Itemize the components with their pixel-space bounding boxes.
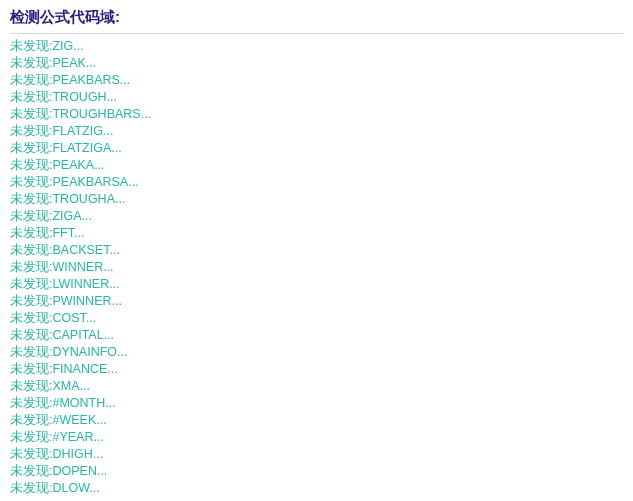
list-item: 未发现:TROUGH... [10,89,623,106]
list-item: 未发现:CAPITAL... [10,327,623,344]
list-item: 未发现:PEAKBARSA... [10,174,623,191]
list-item: 未发现:PEAK... [10,55,623,72]
list-item: 未发现:XMA... [10,378,623,395]
list-item: 未发现:PEAKA... [10,157,623,174]
list-item: 未发现:#MONTH... [10,395,623,412]
list-item: 未发现:FLATZIGA... [10,140,623,157]
list-item: 未发现:DOPEN... [10,463,623,480]
list-item: 未发现:FFT... [10,225,623,242]
list-item: 未发现:FINANCE... [10,361,623,378]
list-item: 未发现:ZIG... [10,38,623,55]
list-item: 未发现:DYNAINFO... [10,344,623,361]
list-item: 未发现:PWINNER... [10,293,623,310]
section-header: 检测公式代码域: [10,8,623,34]
list-item: 未发现:TROUGHBARS... [10,106,623,123]
list-item: 未发现:#WEEK... [10,412,623,429]
list-item: 未发现:COST... [10,310,623,327]
list-item: 未发现:BACKSET... [10,242,623,259]
list-item: 未发现:DHIGH... [10,446,623,463]
list-item: 未发现:PEAKBARS... [10,72,623,89]
list-item: 未发现:#YEAR... [10,429,623,446]
list-item: 未发现:DLOW... [10,480,623,497]
list-item: 未发现:FLATZIG... [10,123,623,140]
detection-list: 未发现:ZIG...未发现:PEAK...未发现:PEAKBARS...未发现:… [10,38,623,497]
list-item: 未发现:TROUGHA... [10,191,623,208]
list-item: 未发现:LWINNER... [10,276,623,293]
list-item: 未发现:WINNER... [10,259,623,276]
list-item: 未发现:ZIGA... [10,208,623,225]
